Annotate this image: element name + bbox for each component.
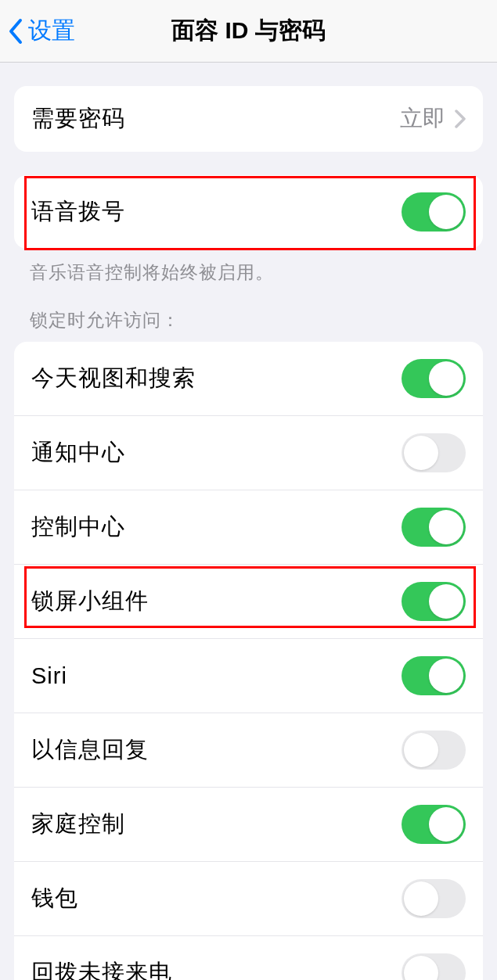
- navigation-bar: 设置 面容 ID 与密码: [0, 0, 497, 63]
- return-calls-toggle[interactable]: [402, 953, 466, 980]
- lock-access-label: 钱包: [31, 883, 78, 914]
- lock-access-label: 通知中心: [31, 437, 125, 468]
- page-title: 面容 ID 与密码: [171, 15, 326, 47]
- toggle-knob: [429, 807, 463, 842]
- lock-access-row-control-center: 控制中心: [14, 490, 483, 565]
- voice-dial-label: 语音拨号: [31, 196, 125, 228]
- toggle-knob: [429, 195, 463, 229]
- lock-access-row-siri: Siri: [14, 639, 483, 713]
- today-view-toggle[interactable]: [402, 359, 466, 398]
- siri-toggle[interactable]: [402, 656, 466, 695]
- require-passcode-row[interactable]: 需要密码 立即: [14, 86, 483, 152]
- back-label: 设置: [28, 15, 75, 47]
- voice-dial-row: 语音拨号: [14, 175, 483, 249]
- chevron-left-icon: [8, 18, 23, 45]
- chevron-right-icon: [455, 109, 466, 128]
- lock-access-row-return-calls: 回拨未接来电: [14, 936, 483, 980]
- require-passcode-label: 需要密码: [31, 103, 125, 135]
- lock-access-card: 今天视图和搜索通知中心控制中心锁屏小组件Siri以信息回复家庭控制钱包回拨未接来…: [14, 342, 483, 980]
- lock-access-label: 锁屏小组件: [31, 586, 149, 617]
- lock-access-label: 控制中心: [31, 512, 125, 543]
- voice-dial-footer: 音乐语音控制将始终被启用。: [14, 249, 483, 285]
- lock-widgets-toggle[interactable]: [402, 582, 466, 621]
- toggle-knob: [429, 510, 463, 544]
- toggle-knob: [429, 584, 463, 619]
- toggle-knob: [429, 659, 463, 693]
- lock-access-label: 今天视图和搜索: [31, 363, 196, 394]
- lock-access-header: 锁定时允许访问：: [14, 308, 483, 342]
- lock-access-label: Siri: [31, 663, 67, 689]
- lock-access-row-wallet: 钱包: [14, 862, 483, 936]
- wallet-toggle[interactable]: [402, 879, 466, 918]
- voice-dial-toggle[interactable]: [402, 192, 466, 232]
- toggle-knob: [404, 436, 438, 470]
- lock-access-group: 锁定时允许访问： 今天视图和搜索通知中心控制中心锁屏小组件Siri以信息回复家庭…: [14, 308, 483, 980]
- notification-center-toggle[interactable]: [402, 433, 466, 472]
- home-control-toggle[interactable]: [402, 805, 466, 844]
- lock-access-row-home-control: 家庭控制: [14, 788, 483, 862]
- passcode-group: 需要密码 立即: [14, 86, 483, 152]
- toggle-knob: [404, 881, 438, 916]
- lock-access-label: 家庭控制: [31, 809, 125, 840]
- lock-access-label: 回拨未接来电: [31, 957, 172, 980]
- lock-access-row-reply-message: 以信息回复: [14, 713, 483, 788]
- lock-access-label: 以信息回复: [31, 734, 149, 766]
- content: 需要密码 立即 语音拨号 音乐语音控制将始终被启用。 锁定时允许访问：: [0, 86, 497, 980]
- passcode-card: 需要密码 立即: [14, 86, 483, 152]
- voice-dial-group: 语音拨号 音乐语音控制将始终被启用。: [14, 175, 483, 285]
- reply-message-toggle[interactable]: [402, 731, 466, 770]
- toggle-knob: [404, 733, 438, 767]
- control-center-toggle[interactable]: [402, 508, 466, 547]
- toggle-knob: [429, 361, 463, 396]
- lock-access-row-notification-center: 通知中心: [14, 416, 483, 490]
- lock-access-row-lock-widgets: 锁屏小组件: [14, 565, 483, 639]
- lock-access-row-today-view: 今天视图和搜索: [14, 342, 483, 416]
- voice-dial-card: 语音拨号: [14, 175, 483, 249]
- require-passcode-value: 立即: [400, 103, 466, 135]
- back-button[interactable]: 设置: [0, 15, 75, 47]
- toggle-knob: [404, 956, 438, 980]
